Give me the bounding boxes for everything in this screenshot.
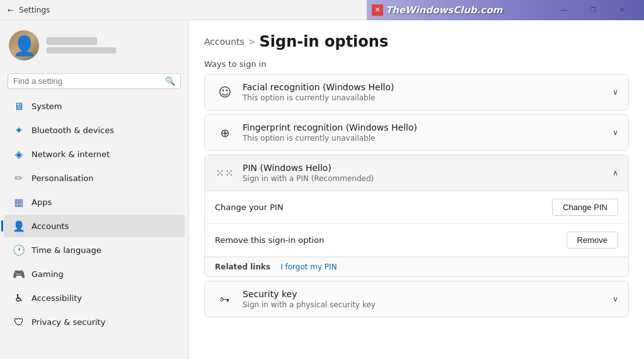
watermark-x-icon: ✕ [372,4,383,16]
breadcrumb-parent[interactable]: Accounts [204,37,244,47]
minimize-button[interactable]: — [549,0,578,20]
user-name-blurred [47,37,97,45]
related-links-label: Related links [215,262,270,271]
sidebar-item-privacy[interactable]: 🛡 Privacy & security [4,310,185,333]
forgot-pin-link[interactable]: I forgot my PIN [280,262,336,271]
fingerprint-chevron: ∨ [612,128,618,137]
avatar: 👤 [9,30,39,61]
gaming-icon: 🎮 [13,268,25,280]
system-icon: 🖥 [13,100,25,112]
sidebar-item-gaming[interactable]: 🎮 Gaming [4,262,185,285]
fingerprint-icon: ⊕ [215,122,235,143]
main-content: Accounts > Sign-in options Ways to sign … [189,20,644,359]
remove-button[interactable]: Remove [566,232,618,249]
privacy-icon: 🛡 [13,315,25,328]
sidebar-label-privacy: Privacy & security [32,317,105,327]
sidebar-label-time: Time & language [32,245,101,255]
user-section: 👤 [0,20,188,71]
pin-row-remove: Remove this sign-in option Remove [205,224,628,257]
ways-to-sign-in-label: Ways to sign in [204,59,629,69]
option-header-fingerprint[interactable]: ⊕ Fingerprint recognition (Windows Hello… [205,115,628,150]
sidebar-label-system: System [32,102,62,111]
user-info [47,37,116,54]
sidebar-label-accessibility: Accessibility [32,293,82,303]
pin-row-change: Change your PIN Change PIN [205,191,628,224]
fingerprint-title: Fingerprint recognition (Windows Hello) [243,122,612,132]
search-input[interactable] [13,76,161,86]
sidebar-item-accounts[interactable]: 👤 Accounts [4,215,185,237]
securitykey-text: Security key Sign in with a physical sec… [243,289,612,309]
facial-icon: ☺ [215,82,235,102]
securitykey-icon: 🗝 [215,289,235,309]
remove-signin-label: Remove this sign-in option [215,235,566,245]
apps-icon: ▦ [13,196,25,208]
page-title: Sign-in options [260,33,389,50]
sidebar-item-bluetooth[interactable]: ✦ Bluetooth & devices [4,119,185,141]
securitykey-chevron: ∨ [612,295,618,303]
avatar-face: 👤 [13,35,36,57]
back-button[interactable]: ← [8,6,14,15]
pin-body: Change your PIN Change PIN Remove this s… [205,191,628,276]
facial-subtitle: This option is currently unavailable [243,93,612,102]
close-button[interactable]: ✕ [607,0,636,20]
breadcrumb: Accounts > Sign-in options [204,33,629,50]
sidebar-label-apps: Apps [32,197,52,207]
option-card-facial: ☺ Facial recognition (Windows Hello) Thi… [204,74,629,110]
related-links-row: Related links I forgot my PIN [205,257,628,276]
sidebar-label-gaming: Gaming [32,269,64,279]
securitykey-title: Security key [243,289,612,299]
time-icon: 🕐 [13,244,25,256]
sidebar-item-time[interactable]: 🕐 Time & language [4,238,185,261]
sidebar-item-personalisation[interactable]: ✏ Personalisation [4,167,185,189]
sidebar-item-system[interactable]: 🖥 System [4,95,185,117]
personalisation-icon: ✏ [13,172,25,184]
restore-button[interactable]: ❐ [578,0,607,20]
app-title: Settings [19,6,50,15]
fingerprint-text: Fingerprint recognition (Windows Hello) … [243,122,612,143]
facial-text: Facial recognition (Windows Hello) This … [243,82,612,102]
pin-text: PIN (Windows Hello) Sign in with a PIN (… [243,163,612,183]
facial-chevron: ∨ [612,88,618,97]
option-card-securitykey: 🗝 Security key Sign in with a physical s… [204,281,629,317]
sidebar-label-network: Network & internet [32,150,110,159]
pin-subtitle: Sign in with a PIN (Recommended) [243,174,612,183]
pin-icon: ⁙⁙ [215,163,235,183]
securitykey-subtitle: Sign in with a physical security key [243,300,612,309]
breadcrumb-separator: > [248,37,256,47]
sidebar-item-accessibility[interactable]: ♿ Accessibility [4,286,185,309]
option-header-securitykey[interactable]: 🗝 Security key Sign in with a physical s… [205,281,628,317]
search-icon: 🔍 [165,76,175,86]
app-body: 👤 🔍 🖥 System ✦ Bluetooth & devices ◈ Net… [0,20,644,359]
avatar-image: 👤 [9,30,39,61]
sidebar-label-accounts: Accounts [32,221,69,231]
network-icon: ◈ [13,148,25,160]
sidebar: 👤 🔍 🖥 System ✦ Bluetooth & devices ◈ Net… [0,20,189,359]
title-bar: ← Settings ✕ TheWindowsClub.com — ❐ ✕ [0,0,644,20]
sidebar-label-personalisation: Personalisation [32,174,94,183]
facial-title: Facial recognition (Windows Hello) [243,82,612,92]
option-card-pin: ⁙⁙ PIN (Windows Hello) Sign in with a PI… [204,155,629,277]
accounts-icon: 👤 [13,220,25,232]
bluetooth-icon: ✦ [13,124,25,136]
option-header-pin[interactable]: ⁙⁙ PIN (Windows Hello) Sign in with a PI… [205,155,628,191]
sidebar-item-apps[interactable]: ▦ Apps [4,191,185,213]
watermark-text: TheWindowsClub.com [386,4,502,16]
accessibility-icon: ♿ [13,291,25,304]
option-header-facial[interactable]: ☺ Facial recognition (Windows Hello) Thi… [205,74,628,110]
window-controls: — ❐ ✕ [549,0,636,20]
user-email-blurred [47,47,116,54]
change-pin-button[interactable]: Change PIN [552,199,618,216]
option-card-fingerprint: ⊕ Fingerprint recognition (Windows Hello… [204,114,629,151]
fingerprint-subtitle: This option is currently unavailable [243,134,612,143]
sidebar-label-bluetooth: Bluetooth & devices [32,126,114,135]
search-box[interactable]: 🔍 [8,73,181,89]
pin-chevron: ∧ [612,168,618,177]
sidebar-item-network[interactable]: ◈ Network & internet [4,143,185,165]
change-pin-label: Change your PIN [215,203,552,212]
pin-title: PIN (Windows Hello) [243,163,612,173]
